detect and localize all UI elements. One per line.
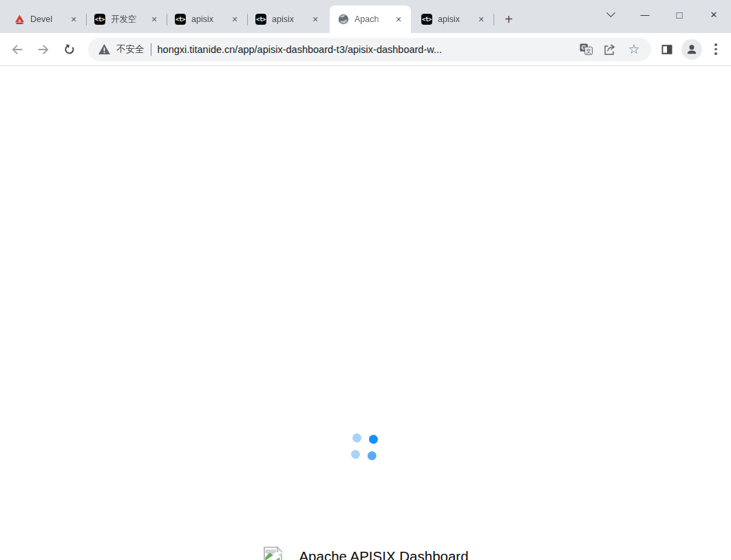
t-editor-icon: <t> (421, 14, 432, 25)
spinner-dot (367, 451, 377, 460)
tab-title: Apach (354, 14, 388, 24)
browser-tab-apisix-2[interactable]: <t> apisix ✕ (247, 6, 328, 33)
broken-image-icon (262, 546, 284, 560)
loading-spinner (350, 433, 378, 460)
tab-close-icon[interactable]: ✕ (310, 14, 321, 25)
tab-title: apisix (191, 14, 224, 24)
browser-tab-apache-active[interactable]: Apach ✕ (330, 6, 411, 33)
share-icon[interactable] (601, 41, 619, 58)
page-content: Apache APISIX Dashboard (0, 66, 731, 559)
security-warning-icon[interactable] (98, 41, 110, 58)
svg-text:文: 文 (585, 47, 591, 54)
back-button[interactable] (6, 38, 29, 61)
window-controls: — □ ✕ (593, 0, 731, 29)
browser-menu-icon[interactable] (708, 43, 724, 55)
t-editor-icon: <t> (175, 14, 186, 25)
side-panel-icon[interactable] (658, 41, 676, 58)
close-window-button[interactable]: ✕ (697, 0, 731, 29)
spinner-dot (352, 433, 362, 442)
translate-icon[interactable]: G 文 (577, 41, 595, 58)
browser-toolbar: 不安全 hongxi.titanide.cn/app/apisix-dashbo… (0, 33, 731, 66)
address-bar[interactable]: 不安全 hongxi.titanide.cn/app/apisix-dashbo… (88, 38, 651, 61)
forward-button[interactable] (32, 38, 55, 61)
maximize-button[interactable]: □ (662, 0, 697, 29)
browser-tab-devspace[interactable]: <t> 开发空 ✕ (86, 6, 167, 33)
tab-close-icon[interactable]: ✕ (229, 14, 240, 25)
browser-tab-devel[interactable]: Devel ✕ (6, 6, 86, 33)
browser-tab-apisix-3[interactable]: <t> apisix ✕ (413, 6, 494, 33)
security-label: 不安全 (116, 43, 145, 56)
new-tab-button[interactable]: + (499, 10, 518, 29)
tab-strip: Devel ✕ <t> 开发空 ✕ <t> apisix ✕ <t> apisi… (6, 0, 518, 33)
reload-button[interactable] (58, 38, 81, 61)
bookmark-star-icon[interactable]: ☆ (625, 41, 643, 58)
t-editor-icon: <t> (255, 14, 266, 25)
tab-title: apisix (438, 14, 470, 24)
app-title-text: Apache APISIX Dashboard (299, 548, 468, 560)
tab-close-icon[interactable]: ✕ (149, 14, 160, 25)
tab-title: apisix (272, 14, 304, 24)
url-text: hongxi.titanide.cn/app/apisix-dashboard-… (158, 44, 571, 55)
omnibox-divider (151, 43, 151, 56)
tab-close-icon[interactable]: ✕ (476, 14, 487, 25)
toolbar-right-cluster (658, 39, 725, 60)
tab-title: Devel (30, 14, 63, 24)
spinner-dot (350, 449, 360, 459)
browser-titlebar: Devel ✕ <t> 开发空 ✕ <t> apisix ✕ <t> apisi… (0, 0, 731, 33)
apisix-logo-icon (14, 14, 25, 25)
t-editor-icon: <t> (94, 14, 105, 25)
tab-search-chevron-icon[interactable] (593, 0, 628, 29)
app-title-row: Apache APISIX Dashboard (0, 546, 731, 560)
minimize-button[interactable]: — (628, 0, 662, 29)
tab-close-icon[interactable]: ✕ (68, 14, 79, 25)
browser-tab-apisix-1[interactable]: <t> apisix ✕ (167, 6, 247, 33)
profile-avatar[interactable] (681, 39, 702, 60)
tab-close-icon[interactable]: ✕ (393, 14, 404, 25)
tab-title: 开发空 (111, 14, 143, 25)
spinner-dot (368, 435, 378, 444)
globe-icon (338, 14, 349, 25)
